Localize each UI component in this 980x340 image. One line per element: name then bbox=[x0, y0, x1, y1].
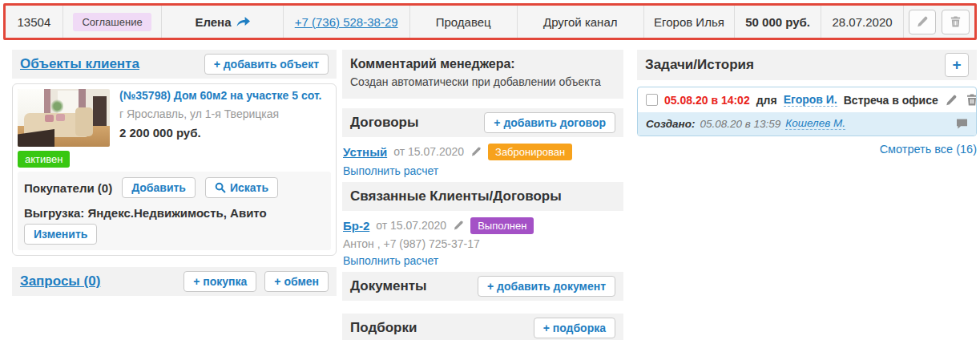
related-date: от 15.07.2020 bbox=[376, 219, 446, 232]
property-photo[interactable] bbox=[18, 89, 110, 147]
tasks-view-all-row: Смотреть все (16) bbox=[637, 143, 977, 156]
object-subpanel: Покупатели (0) Добавить Искать Выгрузка:… bbox=[18, 172, 331, 250]
task-created-label: Создано: bbox=[646, 118, 695, 130]
add-exchange-button[interactable]: + обмен bbox=[264, 271, 329, 292]
pencil-icon bbox=[470, 146, 482, 157]
upload-label: Выгрузка: Яндекс.Недвижимость, Авито bbox=[24, 206, 325, 220]
task-created-row: Создано: 05.08.20 в 13:59 Кошелев М. bbox=[638, 112, 976, 136]
objects-column: Объекты клиента + добавить объект (№3579… bbox=[12, 50, 337, 296]
search-buyer-button[interactable]: Искать bbox=[205, 177, 278, 198]
objects-section-header: Объекты клиента + добавить объект bbox=[12, 50, 337, 79]
related-item: Бр-2 от 15.07.2020 Выполнен Антон , +7 (… bbox=[342, 211, 623, 272]
manager-comment-text: Создан автоматически при добавлении объе… bbox=[350, 75, 615, 90]
add-task-button[interactable]: + bbox=[945, 53, 969, 77]
trash-icon bbox=[950, 15, 962, 28]
contract-name-link[interactable]: Устный bbox=[343, 145, 387, 159]
task-text: Встреча в офисе bbox=[844, 94, 938, 107]
task-card: 05.08.20 в 14:02 для Егоров И. Встреча в… bbox=[637, 87, 977, 136]
details-column: Комментарий менеджера: Создан автоматиче… bbox=[342, 50, 623, 340]
stage-badge: Соглашение bbox=[73, 13, 151, 31]
delete-task-button[interactable] bbox=[966, 93, 977, 107]
objects-title-link[interactable]: Объекты клиента bbox=[20, 56, 139, 72]
requests-title-link[interactable]: Запросы (0) bbox=[20, 273, 100, 289]
client-channel: Другой канал bbox=[518, 6, 644, 38]
object-info: (№35798) Дом 60м2 на участке 5 сот. г Яр… bbox=[119, 89, 321, 147]
object-price: 2 200 000 руб. bbox=[119, 126, 321, 140]
edit-client-button[interactable] bbox=[909, 10, 937, 34]
client-role: Продавец bbox=[410, 6, 518, 38]
contract-item: Устный от 15.07.2020 Забронирован Выполн… bbox=[342, 137, 623, 182]
client-phone-link[interactable]: +7 (736) 528-38-29 bbox=[284, 6, 410, 38]
object-card: (№35798) Дом 60м2 на участке 5 сот. г Яр… bbox=[12, 83, 337, 256]
contract-date: от 15.07.2020 bbox=[393, 145, 464, 158]
client-amount: 50 000 руб. bbox=[735, 6, 821, 38]
manager-comment-block: Комментарий менеджера: Создан автоматиче… bbox=[342, 50, 623, 99]
related-name-link[interactable]: Бр-2 bbox=[343, 219, 369, 233]
add-buyer-button[interactable]: Добавить bbox=[122, 177, 196, 198]
delete-client-button[interactable] bbox=[942, 10, 970, 34]
edit-related-button[interactable] bbox=[453, 220, 464, 231]
buyers-label: Покупатели (0) bbox=[24, 181, 112, 195]
requests-section-header: Запросы (0) + покупка + обмен bbox=[12, 267, 337, 296]
view-all-link[interactable]: Смотреть все (16) bbox=[880, 143, 977, 156]
contracts-title: Договоры bbox=[350, 115, 418, 131]
documents-title: Документы bbox=[350, 278, 427, 294]
tasks-column: Задачи/История + 05.08.20 в 14:02 для Ег… bbox=[637, 50, 977, 156]
add-document-button[interactable]: + добавить документ bbox=[478, 276, 615, 297]
trash-icon bbox=[966, 93, 977, 107]
add-contract-button[interactable]: + добавить договор bbox=[484, 112, 615, 133]
client-agent: Егоров Илья bbox=[644, 6, 735, 38]
change-upload-button[interactable]: Изменить bbox=[24, 224, 97, 245]
client-stage-cell: Соглашение bbox=[63, 6, 163, 38]
tasks-title: Задачи/История bbox=[645, 57, 754, 73]
add-purchase-button[interactable]: + покупка bbox=[183, 271, 256, 292]
manager-comment-title: Комментарий менеджера: bbox=[350, 57, 615, 71]
object-address: г Ярославль, ул 1-я Тверицкая bbox=[119, 107, 321, 120]
task-checkbox[interactable] bbox=[646, 94, 658, 106]
client-id: 13504 bbox=[6, 6, 63, 38]
add-object-button[interactable]: + добавить объект bbox=[204, 54, 329, 75]
task-datetime: 05.08.20 в 14:02 bbox=[664, 94, 750, 107]
client-date: 28.07.2020 bbox=[821, 6, 904, 38]
related-contact: Антон , +7 (987) 725-37-17 bbox=[343, 237, 623, 250]
pencil-icon bbox=[453, 220, 464, 231]
contract-calc-link[interactable]: Выполнить расчет bbox=[343, 164, 438, 177]
client-header-actions bbox=[904, 6, 974, 38]
object-status-badge: активен bbox=[18, 151, 70, 168]
share-arrow-icon[interactable] bbox=[236, 16, 250, 27]
object-title-link[interactable]: (№35798) Дом 60м2 на участке 5 сот. bbox=[119, 89, 321, 102]
client-name: Елена bbox=[195, 15, 231, 29]
task-assignee-link[interactable]: Егоров И. bbox=[784, 93, 837, 107]
related-calc-link[interactable]: Выполнить расчет bbox=[343, 254, 438, 267]
client-page: 13504 Соглашение Елена +7 (736) 528-38-2… bbox=[0, 0, 980, 340]
add-selection-button[interactable]: + подборка bbox=[534, 318, 615, 338]
client-name-cell: Елена bbox=[162, 6, 283, 38]
contract-status-badge: Забронирован bbox=[488, 144, 572, 160]
comment-bubble-icon[interactable] bbox=[956, 119, 968, 129]
search-icon bbox=[215, 182, 226, 193]
task-author-link[interactable]: Кошелев М. bbox=[785, 117, 845, 130]
related-title: Связанные Клиенты/Договоры bbox=[350, 188, 562, 204]
documents-section-header: Документы + добавить документ bbox=[342, 272, 623, 301]
related-status-badge: Выполнен bbox=[470, 217, 534, 234]
selections-title: Подборки bbox=[350, 320, 417, 336]
edit-contract-button[interactable] bbox=[470, 146, 482, 157]
task-for-label: для bbox=[756, 94, 777, 107]
contracts-section-header: Договоры + добавить договор bbox=[342, 108, 623, 137]
edit-task-button[interactable] bbox=[945, 94, 958, 107]
tasks-section-header: Задачи/История + bbox=[637, 50, 977, 80]
task-created-datetime: 05.08.20 в 13:59 bbox=[700, 118, 780, 130]
selections-section-header: Подборки + подборка bbox=[342, 314, 623, 340]
pencil-icon bbox=[945, 94, 958, 107]
related-section-header: Связанные Клиенты/Договоры bbox=[342, 182, 623, 211]
pencil-icon bbox=[916, 15, 929, 28]
client-header-bar: 13504 Соглашение Елена +7 (736) 528-38-2… bbox=[3, 3, 977, 40]
